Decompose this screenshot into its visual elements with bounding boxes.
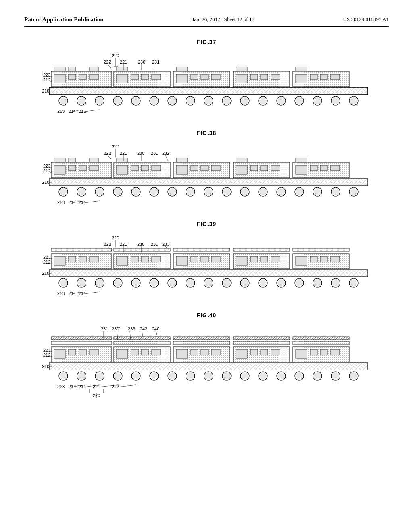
svg-point-287 — [150, 372, 158, 380]
fig38-title: FIG.38 — [197, 130, 217, 136]
svg-rect-229 — [131, 256, 138, 262]
svg-point-210 — [277, 279, 285, 287]
svg-text:213: 213 — [57, 291, 65, 296]
svg-point-31 — [314, 97, 321, 104]
fig40-svg: 231 230' 233 243 240 223 212 210 213 — [33, 322, 380, 401]
svg-point-293 — [205, 372, 212, 380]
svg-rect-133 — [69, 158, 76, 162]
svg-point-285 — [132, 372, 140, 380]
svg-point-122 — [314, 188, 321, 195]
svg-text:211: 211 — [79, 109, 86, 114]
svg-rect-343 — [320, 349, 327, 355]
svg-rect-40 — [79, 74, 86, 80]
svg-rect-320 — [117, 349, 128, 358]
svg-point-297 — [241, 372, 248, 380]
svg-rect-148 — [236, 165, 247, 174]
fig39-section: FIG.39 — [24, 221, 389, 300]
svg-point-208 — [259, 279, 267, 287]
svg-rect-224 — [79, 256, 86, 262]
page-header: Patent Application Publication Jan. 26, … — [24, 16, 389, 27]
svg-point-102 — [132, 188, 140, 195]
fig38-svg: 220 222 221 230' 231 232 223 212 210 213 — [33, 140, 380, 209]
svg-point-295 — [223, 372, 230, 380]
svg-rect-152 — [236, 158, 247, 162]
svg-rect-341 — [296, 349, 307, 358]
svg-rect-337 — [271, 349, 280, 355]
header-sheet: Jan. 26, 2012 Sheet 12 of 13 — [192, 16, 254, 23]
svg-point-301 — [277, 372, 285, 380]
svg-rect-222 — [54, 256, 65, 265]
svg-rect-231 — [152, 256, 161, 262]
svg-rect-232 — [173, 248, 230, 251]
svg-rect-220 — [51, 248, 112, 251]
svg-rect-55 — [211, 74, 220, 80]
svg-point-19 — [205, 97, 212, 104]
svg-rect-43 — [69, 67, 76, 71]
fig40-section: FIG.40 — [24, 312, 389, 401]
svg-point-27 — [277, 97, 285, 104]
fig37-section: FIG.37 — [24, 39, 389, 118]
svg-rect-144 — [201, 165, 208, 171]
svg-rect-137 — [131, 165, 138, 171]
svg-text:211: 211 — [79, 291, 86, 296]
svg-rect-335 — [250, 349, 258, 355]
svg-point-281 — [96, 372, 103, 380]
svg-rect-150 — [261, 165, 268, 171]
svg-rect-54 — [201, 74, 208, 80]
svg-rect-342 — [310, 349, 317, 355]
svg-rect-68 — [296, 67, 307, 71]
solder-balls-38 — [59, 187, 358, 196]
svg-text:233: 233 — [128, 326, 135, 331]
svg-point-9 — [114, 97, 121, 104]
svg-rect-156 — [320, 165, 327, 171]
header-title: Patent Application Publication — [24, 16, 104, 23]
svg-point-206 — [241, 279, 248, 287]
svg-text:223: 223 — [43, 164, 50, 168]
svg-rect-154 — [296, 165, 307, 174]
svg-point-192 — [114, 279, 121, 287]
svg-point-194 — [132, 279, 140, 287]
svg-rect-132 — [54, 158, 65, 162]
svg-text:212: 212 — [43, 353, 50, 357]
svg-point-17 — [187, 97, 194, 104]
svg-point-303 — [296, 372, 303, 380]
svg-text:231: 231 — [101, 326, 108, 331]
svg-point-309 — [350, 372, 357, 380]
svg-point-112 — [223, 188, 230, 195]
svg-rect-128 — [54, 165, 65, 174]
svg-rect-61 — [271, 74, 280, 80]
svg-line-354 — [156, 331, 157, 337]
svg-point-118 — [277, 188, 285, 195]
svg-rect-56 — [176, 67, 188, 71]
svg-text:223: 223 — [43, 73, 50, 77]
svg-point-110 — [205, 188, 212, 195]
fig40-container: 231 230' 233 243 240 223 212 210 213 — [33, 322, 380, 401]
svg-rect-155 — [310, 165, 317, 171]
svg-point-212 — [296, 279, 303, 287]
svg-text:230': 230' — [137, 242, 145, 247]
svg-rect-327 — [176, 349, 188, 358]
svg-text:211: 211 — [79, 200, 86, 205]
fig37-container: 220 222 221 230' 231 223 212 210 213 214 — [33, 49, 380, 118]
svg-rect-225 — [90, 256, 98, 262]
label-220-37: 220 — [112, 53, 119, 58]
svg-rect-328 — [191, 349, 198, 355]
svg-point-291 — [187, 372, 194, 380]
svg-rect-146 — [176, 158, 188, 162]
svg-rect-234 — [176, 256, 188, 265]
fig40-title: FIG.40 — [197, 312, 217, 318]
page: Patent Application Publication Jan. 26, … — [0, 0, 413, 532]
svg-text:210: 210 — [42, 364, 49, 369]
svg-rect-149 — [250, 165, 258, 171]
svg-point-23 — [241, 97, 248, 104]
svg-rect-157 — [331, 165, 340, 171]
svg-point-200 — [187, 279, 194, 287]
svg-rect-143 — [191, 165, 198, 171]
svg-point-33 — [332, 97, 339, 104]
svg-point-120 — [296, 188, 303, 195]
svg-rect-248 — [320, 256, 327, 262]
svg-text:220: 220 — [112, 235, 119, 240]
svg-rect-235 — [191, 256, 198, 262]
fig38-container: 220 222 221 230' 231 232 223 212 210 213 — [33, 140, 380, 209]
svg-rect-41 — [90, 74, 98, 80]
